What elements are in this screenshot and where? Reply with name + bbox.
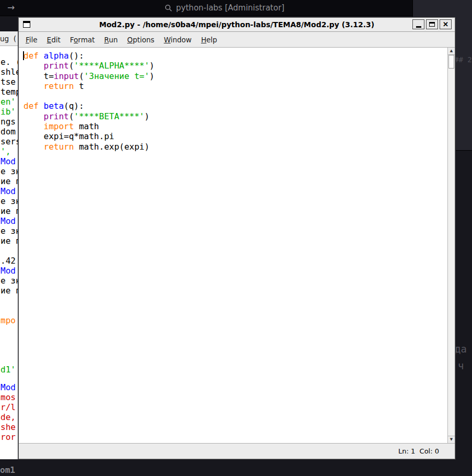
code-line: print('****ALPHA****') (24, 61, 455, 71)
menu-help[interactable]: Help (197, 36, 222, 44)
bg-code-fragment: ие п (1, 236, 19, 246)
menu-window[interactable]: Window (159, 36, 196, 44)
topbar: → python-labs [Administrator] (0, 0, 412, 16)
bg-code-fragment: ие п (1, 286, 19, 296)
status-bar: Ln: 1 Col: 0 (19, 443, 455, 459)
bg-code-fragment: ib' (1, 107, 16, 117)
text-caret (23, 51, 24, 60)
window-title: Mod2.py - /home/s0ba4/mpei/python-labs/T… (99, 20, 374, 29)
menu-file[interactable]: File (21, 36, 42, 44)
editor-area[interactable]: def alpha(): print('****ALPHA****') t=in… (19, 48, 455, 443)
window-icon (23, 21, 30, 28)
bg-text-fragment: ч (458, 360, 464, 371)
menu-format[interactable]: Format (65, 36, 100, 44)
bg-code-fragment: she (1, 422, 16, 432)
code-line: print('****BETA****') (24, 111, 455, 121)
bg-code-fragment: dom (1, 127, 16, 137)
topbar-title-text: python-labs [Administrator] (176, 3, 284, 13)
bg-code-fragment: mos (1, 392, 16, 402)
menu-edit[interactable]: Edit (42, 36, 65, 44)
code-line: def alpha(): (24, 51, 455, 61)
code-line: t=input('Значение t=') (24, 71, 455, 81)
bg-code-fragment: de, (1, 412, 16, 422)
bg-code-fragment: en' (1, 97, 16, 107)
code-line (24, 91, 455, 101)
scroll-down-arrow[interactable]: ▼ (448, 436, 455, 443)
bg-code-fragment: е зн (1, 276, 19, 286)
code-line: return math.exp(expi) (24, 142, 455, 152)
close-icon: ✕ (443, 21, 448, 28)
bg-text-fragment: да (455, 343, 467, 355)
bg-code-fragment: shle (1, 67, 19, 77)
menu-options[interactable]: Options (122, 36, 159, 44)
maximize-icon (429, 22, 435, 27)
bg-code-fragment: Mod (1, 266, 16, 276)
bg-code-fragment: ие п (1, 176, 19, 186)
cursor-position: Ln: 1 Col: 0 (398, 447, 439, 455)
bg-code-fragment: ', (1, 146, 10, 156)
bg-code-fragment: ngs (1, 117, 16, 127)
code-line: def beta(q): (24, 101, 455, 111)
search-icon (165, 4, 172, 12)
menu-bar: FileEditFormatRunOptionsWindowHelp (19, 32, 455, 48)
arrow-icon[interactable]: → (7, 2, 15, 13)
bg-code-fragment: Mod (1, 186, 16, 196)
bg-code-fragment: sers (1, 137, 19, 146)
bg-bottom-fragment: om1 (0, 465, 15, 475)
bg-code-fragment: tse (1, 77, 16, 87)
maximize-button[interactable] (426, 19, 438, 29)
bg-code-fragment: Mod (1, 156, 16, 166)
bg-code-fragment: е зн (1, 196, 19, 206)
background-window-strip: ug ( e. (shletsetempen'ib'ngsdomsers',Mo… (0, 31, 19, 459)
code-line: import math (24, 121, 455, 131)
bg-code-fragment: d1' (1, 365, 16, 375)
idle-editor-window: Mod2.py - /home/s0ba4/mpei/python-labs/T… (18, 17, 455, 459)
topbar-title: python-labs [Administrator] (165, 3, 284, 13)
minimize-icon (416, 26, 421, 28)
bg-code-fragment: Mod (1, 382, 16, 392)
scroll-up-arrow[interactable]: ▲ (448, 48, 455, 55)
window-controls: ✕ (412, 19, 452, 29)
bg-code-fragment: mpo (1, 315, 16, 325)
bg-code-fragment: .42 (1, 256, 16, 266)
bg-code-fragment: e. ( (1, 57, 19, 67)
code-area: def alpha(): print('****ALPHA****') t=in… (19, 48, 455, 152)
scrollbar-thumb[interactable] (448, 55, 454, 69)
bg-code-fragment: r/l (1, 402, 16, 412)
minimize-button[interactable] (412, 19, 424, 29)
bg-code-fragment: е зн (1, 226, 19, 236)
code-line: expi=q*math.pi (24, 131, 455, 141)
vertical-scrollbar[interactable]: ▲ ▼ (447, 48, 455, 443)
bg-code-fragment: ror (1, 432, 16, 442)
window-titlebar[interactable]: Mod2.py - /home/s0ba4/mpei/python-labs/T… (19, 18, 455, 32)
bg-code-fragment: е зн (1, 166, 19, 176)
code-line: return t (24, 81, 455, 91)
bg-code-fragment: ие п (1, 206, 19, 216)
bg-code-fragment: temp (1, 87, 19, 97)
bg-code-fragment: Mod (1, 216, 16, 226)
menu-run[interactable]: Run (99, 36, 122, 44)
close-button[interactable]: ✕ (440, 19, 452, 29)
bg-menu-fragment: ug ( (0, 31, 19, 46)
